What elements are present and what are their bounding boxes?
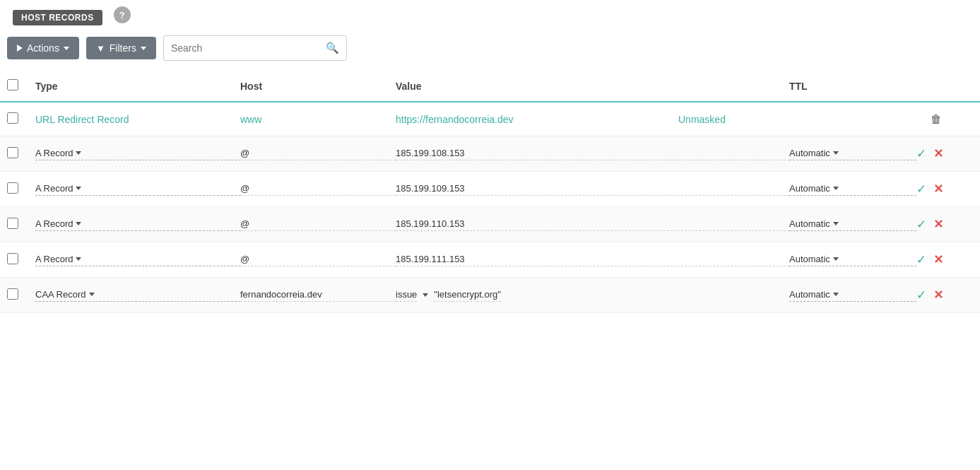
row-checkbox-cell-1 [7, 182, 35, 196]
type-column-header: Type [35, 81, 240, 92]
actions-chevron-icon [64, 47, 69, 50]
row-ttl-dropdown-3[interactable]: Automatic [789, 254, 916, 266]
table-row: A Record @ 185.199.108.153 Automatic ✓ ✕ [0, 136, 980, 172]
select-all-checkbox-cell [7, 79, 35, 93]
caa-type-chevron-icon [89, 293, 95, 296]
filters-chevron-icon [141, 47, 146, 50]
row-checkbox-1[interactable] [7, 182, 18, 194]
page-header: HOST RECORDS ? [0, 0, 980, 25]
row-type-label-2: A Record [35, 218, 73, 229]
row-ttl-label-2: Automatic [789, 218, 830, 229]
row-ttl-chevron-icon-1 [833, 187, 839, 190]
row-ttl-chevron-icon-0 [833, 151, 839, 155]
caa-actions-cell: ✓ ✕ [916, 288, 973, 302]
select-all-checkbox[interactable] [7, 79, 18, 90]
row-actions-cell-2: ✓ ✕ [916, 217, 973, 232]
caa-save-icon[interactable]: ✓ [916, 288, 926, 302]
caa-value-group: issue "letsencrypt.org" [396, 289, 789, 302]
caa-row: CAA Record fernandocorreia.dev issue "le… [0, 278, 980, 313]
caa-checkbox-cell [7, 288, 35, 302]
row-value-1: 185.199.109.153 [396, 183, 789, 196]
row-checkbox-2[interactable] [7, 218, 18, 229]
caa-ttl-label: Automatic [789, 289, 830, 300]
row-cancel-icon-3[interactable]: ✕ [933, 252, 943, 267]
row-cancel-icon-2[interactable]: ✕ [933, 217, 943, 232]
row-type-dropdown-1[interactable]: A Record [35, 183, 240, 196]
row-type-label-0: A Record [35, 148, 73, 158]
url-redirect-type: URL Redirect Record [35, 114, 240, 125]
editable-rows-container: A Record @ 185.199.108.153 Automatic ✓ ✕… [0, 136, 980, 278]
row-value-0: 185.199.108.153 [396, 148, 789, 160]
row-ttl-label-3: Automatic [789, 254, 830, 264]
url-redirect-value-link[interactable]: https://fernandocorreia.dev [396, 114, 514, 125]
url-redirect-extra-link[interactable]: Unmasked [678, 114, 726, 125]
search-box: 🔍 [163, 35, 347, 61]
row-ttl-label-1: Automatic [789, 183, 830, 194]
url-redirect-trash-cell: 🗑 [931, 113, 973, 126]
row-type-chevron-icon-2 [76, 222, 81, 225]
row-cancel-icon-1[interactable]: ✕ [933, 182, 943, 196]
search-input[interactable] [164, 37, 319, 59]
caa-host: fernandocorreia.dev [240, 289, 396, 302]
filters-button[interactable]: ▼ Filters [86, 37, 156, 59]
row-ttl-chevron-icon-2 [833, 222, 839, 225]
row-checkbox-cell-0 [7, 147, 35, 160]
trash-icon[interactable]: 🗑 [931, 113, 942, 125]
filter-icon: ▼ [96, 43, 105, 54]
row-type-chevron-icon-3 [76, 257, 81, 261]
ttl-column-header: TTL [789, 81, 916, 92]
search-icon: 🔍 [326, 42, 339, 54]
row-type-dropdown-2[interactable]: A Record [35, 218, 240, 231]
toolbar: Actions ▼ Filters 🔍 [0, 25, 980, 71]
url-redirect-type-link[interactable]: URL Redirect Record [35, 114, 129, 125]
row-checkbox-3[interactable] [7, 253, 18, 264]
table-header: Type Host Value TTL [0, 71, 980, 102]
row-checkbox-0[interactable] [7, 147, 18, 158]
caa-value-data: "letsencrypt.org" [434, 289, 501, 302]
caa-ttl-dropdown[interactable]: Automatic [789, 289, 916, 302]
row-host-0: @ [240, 148, 396, 160]
row-ttl-dropdown-0[interactable]: Automatic [789, 148, 916, 160]
table-row: A Record @ 185.199.109.153 Automatic ✓ ✕ [0, 172, 980, 207]
row-type-dropdown-3[interactable]: A Record [35, 254, 240, 266]
row-save-icon-1[interactable]: ✓ [916, 182, 926, 196]
row-type-label-1: A Record [35, 183, 73, 194]
actions-label: Actions [27, 42, 59, 54]
row-type-chevron-icon-0 [76, 151, 81, 155]
row-save-icon-0[interactable]: ✓ [916, 146, 926, 161]
filters-label: Filters [110, 42, 136, 54]
host-records-badge: HOST RECORDS [13, 10, 102, 25]
row-checkbox-cell-3 [7, 253, 35, 266]
row-host-2: @ [240, 218, 396, 231]
row-value-2: 185.199.110.153 [396, 218, 789, 231]
actions-button[interactable]: Actions [7, 37, 79, 59]
row-type-dropdown-0[interactable]: A Record [35, 148, 240, 160]
host-column-header: Host [240, 81, 396, 92]
row-ttl-dropdown-2[interactable]: Automatic [789, 218, 916, 231]
row-actions-cell-1: ✓ ✕ [916, 182, 973, 196]
row-ttl-dropdown-1[interactable]: Automatic [789, 183, 916, 196]
row-save-icon-2[interactable]: ✓ [916, 217, 926, 232]
search-button[interactable]: 🔍 [319, 36, 346, 60]
row-cancel-icon-0[interactable]: ✕ [933, 146, 943, 161]
url-redirect-host: www [240, 114, 396, 125]
caa-row-checkbox[interactable] [7, 288, 18, 300]
url-redirect-row-checkbox[interactable] [7, 112, 18, 124]
caa-type-dropdown[interactable]: CAA Record [35, 289, 240, 302]
url-redirect-extra: Unmasked [678, 114, 791, 125]
table-row: URL Redirect Record www https://fernando… [0, 102, 980, 136]
url-redirect-checkbox-cell [7, 112, 35, 126]
caa-value-tag: issue [396, 289, 417, 302]
row-actions-cell-0: ✓ ✕ [916, 146, 973, 161]
table-row: A Record @ 185.199.111.153 Automatic ✓ ✕ [0, 242, 980, 278]
caa-type-label: CAA Record [35, 289, 86, 300]
caa-cancel-icon[interactable]: ✕ [933, 288, 943, 302]
help-icon[interactable]: ? [114, 6, 131, 23]
row-save-icon-3[interactable]: ✓ [916, 252, 926, 267]
value-column-header: Value [396, 81, 789, 92]
row-ttl-chevron-icon-3 [833, 257, 839, 261]
row-checkbox-cell-2 [7, 218, 35, 231]
url-redirect-host-link[interactable]: www [240, 114, 261, 125]
row-host-3: @ [240, 254, 396, 266]
row-value-3: 185.199.111.153 [396, 254, 789, 266]
